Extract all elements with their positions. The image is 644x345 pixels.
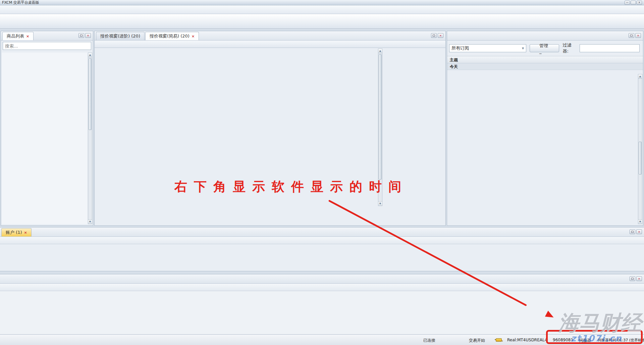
scroll-up-icon[interactable]: ▲ [88,53,92,57]
menu-bar [0,5,644,14]
close-icon[interactable]: × [192,34,195,39]
main-area: 商品列表 × × ▲ ▼ 报价视窗(进阶) (2 [0,30,644,226]
symbols-panel: 商品列表 × × ▲ ▼ [1,31,93,226]
chevron-down-icon: ▼ [522,47,524,50]
account-header-row [0,237,644,244]
quotes-panel: 报价视窗(进阶) (20) 报价视窗(简易) (20) × × ▲ ▼ [94,31,446,226]
connection-status: 已连接 [423,338,435,343]
positions-header-row [0,284,644,291]
subscription-dropdown[interactable]: 所有订阅 ▼ [449,44,526,52]
tab-symbols-list[interactable]: 商品列表 × [2,32,34,40]
panel-maximize-button[interactable] [78,33,84,38]
account-tab-row: 账户 (1) × × [0,227,644,237]
maximize-icon [630,34,633,37]
filter-input[interactable] [580,44,640,52]
account-type: Real:MT4USDREAL4 [507,338,547,342]
panel-close-button[interactable]: × [438,33,443,38]
scrollbar-thumb[interactable] [639,142,642,175]
toolbar [0,14,644,29]
panel-maximize-button[interactable] [630,276,635,281]
maximize-icon [631,278,634,280]
scroll-up-icon[interactable]: ▲ [638,74,642,79]
tab-quotes-advanced[interactable]: 报价视窗(进阶) (20) [96,32,145,40]
news-list-header: 主题 [447,56,643,63]
panel-close-button[interactable]: × [635,33,641,38]
quotes-header-row [95,41,445,48]
maximize-icon [433,34,435,37]
maximize-icon [631,231,634,233]
positions-panel: × [0,274,644,334]
news-scrollbar[interactable]: ▲ ▼ [638,74,642,224]
trading-status: 交易开始 [469,338,485,343]
news-group-today: 今天 [447,63,643,70]
annotation-text: 右下角显示软件显示的时间 [174,178,408,195]
tab-quotes-simple-label: 报价视窗(简易) (20) [150,33,190,39]
account-panel: 账户 (1) × × [0,227,644,271]
tab-symbols-label: 商品列表 [7,33,24,39]
close-icon[interactable]: × [24,230,27,235]
manage-button[interactable]: 管理_ [530,44,559,52]
symbols-scrollbar[interactable]: ▲ ▼ [88,53,92,224]
scrollbar-thumb[interactable] [89,58,92,130]
scroll-down-icon[interactable]: ▼ [378,201,382,206]
news-controls: 所有订阅 ▼ 管理_ 过滤器: [447,41,643,56]
symbols-tab-row: 商品列表 × × [1,31,93,41]
panel-close-button[interactable]: × [636,276,642,281]
connection-plug-icon [496,338,502,342]
positions-tab-row: × [0,274,644,284]
symbols-tree [2,53,88,224]
symbol-search-box [3,42,91,50]
news-list [448,74,637,224]
symbol-search-input[interactable] [3,44,91,49]
scroll-down-icon[interactable]: ▼ [88,219,92,224]
window-close-button[interactable]: × [637,1,642,5]
tab-quotes-advanced-label: 报价视窗(进阶) (20) [100,33,140,39]
subscription-value: 所有订阅 [451,45,469,51]
tab-account-label: 账户 (1) [6,229,22,235]
quotes-tab-row: 报价视窗(进阶) (20) 报价视窗(简易) (20) × × [95,31,445,41]
tab-quotes-simple[interactable]: 报价视窗(简易) (20) × [145,32,199,40]
panel-maximize-button[interactable] [630,229,635,234]
news-panel: × 所有订阅 ▼ 管理_ 过滤器: 主题 今天 ▲ ▼ [447,31,643,226]
tab-account[interactable]: 账户 (1) × [1,228,32,236]
filter-label: 过滤器: [562,42,576,54]
news-tab-row: × [447,31,643,41]
window-title: FXCM 交易平台桌面版 [2,0,625,5]
watermark-small: zt107i.cn [571,333,622,343]
panel-close-button[interactable]: × [85,33,91,38]
panel-maximize-button[interactable] [431,33,437,38]
window-maximize-button[interactable] [631,1,636,5]
title-bar: FXCM 交易平台桌面版 — × [0,0,644,5]
panel-maximize-button[interactable] [629,33,634,38]
scroll-up-icon[interactable]: ▲ [378,49,382,53]
watermark-large: 海马财经 [557,309,644,337]
panel-close-button[interactable]: × [636,229,642,234]
close-icon[interactable]: × [26,34,29,39]
maximize-icon [80,34,83,37]
scroll-down-icon[interactable]: ▼ [638,219,642,224]
app-window: FXCM 交易平台桌面版 — × 商品列表 × × [0,0,644,345]
window-minimize-button[interactable]: — [625,1,630,5]
scrollbar-thumb[interactable] [379,54,382,180]
